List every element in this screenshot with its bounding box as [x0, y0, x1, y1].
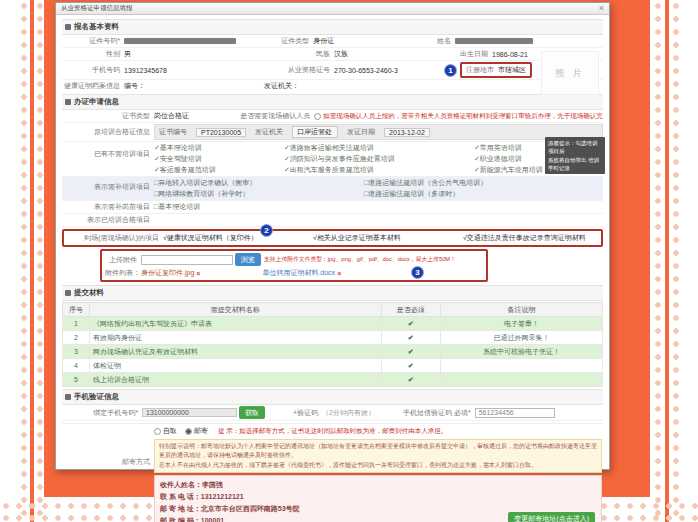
table-row: 1 《网络预约出租汽车驾驶员证》申请表 ✔ 电子签章！ [63, 317, 603, 331]
upload-file-input[interactable] [141, 255, 233, 265]
idtype-value: 身份证 [313, 36, 407, 46]
notice-line: 若本人不在由代领人代为签收的，须下载并签署《代领委托书》，原件随证书回执一并寄回… [159, 461, 597, 470]
upload-highlight-box: 3 上传附件 浏览 支持上传附件文件类型：jpg、png、gif、pdf、doc… [100, 249, 488, 282]
dot-border-left-outer [19, 0, 29, 522]
trained-item[interactable]: ✓道路旅客运输相关法规培训 [284, 143, 474, 153]
attachment-link[interactable]: 身份证复印件.jpg [141, 268, 194, 278]
onsite-confirm-hint: 如需现场确认人员上报的，需带齐相关人员资格证明材料到受理窗口审验后办理，先于现场… [323, 112, 603, 121]
attachment-link[interactable]: 单位聘用证明材料.docx [262, 268, 335, 278]
certno-value: 270-30-6553-2460-3 [334, 67, 444, 74]
mobile-label: 手机号码 [62, 65, 124, 75]
verify-row: 绑定手机号码* 13100000000 获取 +验证码 （2分钟内有效） 手机短… [62, 405, 603, 421]
region-highlight-box: 注册地市 市辖城区 [460, 62, 532, 78]
onsite-item[interactable]: √相关从业记录证明基本材料 [313, 233, 463, 243]
trained-item[interactable]: ✓新能源汽车使用培训 [474, 165, 543, 175]
change-address-button[interactable]: 变更邮寄地址(点击进入) [508, 512, 595, 522]
table-row: 3 网办现场确认凭证及有效证明材料 ✔ 系统中可核验电子凭证！ [63, 345, 603, 359]
trained-item[interactable]: ✓客运服务规范培训 [154, 165, 284, 175]
close-icon[interactable]: × [599, 4, 604, 13]
row-remark: 已通过外网采集！ [440, 331, 602, 345]
orange-stripe-left [30, 0, 34, 522]
certtype-value: 岗位合格证 [154, 111, 240, 121]
table-row: 4 体检证明 ✔ [63, 359, 603, 373]
row-remark: 系统中可核验电子凭证！ [440, 345, 602, 359]
required-check-icon: ✔ [381, 359, 440, 373]
origcert-date-label: 发证日期 [347, 127, 375, 137]
onsite-item[interactable]: √交通违法及责任事故记录查询证明材料 [463, 233, 586, 243]
gender-label: 性别 [62, 49, 124, 59]
sms-code-label: 手机短信验证码 必填* [403, 408, 475, 418]
dot-border-right-outer [671, 0, 681, 522]
required-check-icon: ✔ [381, 317, 440, 331]
delete-attachment-icon[interactable]: × [337, 270, 341, 277]
bound-phone-value: 13100000000 [142, 408, 237, 417]
section-apply-title: 办证申请信息 [74, 97, 119, 107]
section-header-apply: 办证申请信息 [62, 94, 603, 110]
phone-icon [65, 394, 71, 400]
trained-item[interactable]: ✓基本理论培训 [154, 143, 284, 153]
send-code-button[interactable]: 获取 [239, 406, 265, 419]
trained-item[interactable]: ✓职业道德培训 [474, 154, 543, 164]
region-value: 市辖城区 [498, 65, 526, 75]
trained-item[interactable]: ✓消防知识与突发事件应急处置培训 [284, 154, 474, 164]
ethnic-value: 汉族 [334, 49, 444, 59]
code-label: +验证码 [293, 408, 322, 418]
onsite-confirm-label: 是否需要现场确认人员 [240, 111, 314, 121]
trained-item[interactable]: ✓出租汽车服务质量规范培训 [284, 165, 474, 175]
done-training-label: 表示已培训合格项目 [62, 215, 154, 225]
row-remark [440, 373, 602, 387]
onsite-items-label: 到场(需现场确认)的项目 [67, 233, 163, 243]
table-row: 2 有效期内身份证 ✔ 已通过外网采集！ [63, 331, 603, 345]
need-item[interactable]: □道路运输法规培训（多课时） [364, 189, 487, 199]
required-check-icon: ✔ [381, 345, 440, 359]
certtype-label: 证书类型 [62, 111, 154, 121]
form-dialog: 从业资格证申领信息填报 × 报名基本资料 照 片 证件号码* 证件类型 身份证 … [55, 2, 610, 470]
browse-button[interactable]: 浏览 [235, 253, 261, 266]
birthdate-value: 1986-08-21 [492, 51, 528, 58]
trained-col-1: ✓基本理论培训 ✓安全驾驶培训 ✓客运服务规范培训 [154, 143, 284, 175]
mailing-hint: 提 示：如选择邮寄方式，证书送达时间以邮政时效为准，邮费到付由本人承担。 [218, 427, 447, 436]
onsite-confirm-radio[interactable] [314, 113, 321, 120]
mailing-notice-box: 特别提示说明：邮寄地址默认为个人档案中登记的通讯地址（如地址有变更请先在档案变更… [154, 439, 602, 473]
recipient-phone: 联 系 电 话：13121212121 [160, 491, 596, 503]
mobile-value: 13912345678 [124, 67, 264, 74]
onsite-item[interactable]: √健康状况证明材料（复印件） [163, 233, 313, 243]
need2-label: 表示需补岗前项目 [62, 202, 154, 212]
name-redacted-bar [455, 38, 533, 44]
basic-row-2: 性别 男 民族 汉族 出生日期 1986-08-21 [62, 48, 603, 61]
photo-placeholder: 照 片 [541, 51, 599, 95]
birthdate-label: 出生日期 [444, 49, 492, 59]
mailing-row: 邮寄方式 自取 邮寄 提 示：如选择邮寄方式，证书送达时间以邮政时效为准，邮费到… [62, 423, 603, 522]
trained-item[interactable]: ✓安全驾驶培训 [154, 154, 284, 164]
step-badge-2: 2 [260, 224, 273, 237]
section-header-verify: 手机验证信息 [62, 389, 603, 405]
delete-attachment-icon[interactable]: × [196, 270, 200, 277]
list-icon [65, 290, 71, 296]
origcert-label: 原培训合格证信息 [62, 127, 154, 137]
row-no: 2 [63, 331, 90, 345]
need-item[interactable]: □道路运输法规培训（含公共气电培训） [364, 178, 487, 188]
col-remark: 备注说明 [440, 303, 602, 317]
materials-header-row: 序号 需提交材料名称 是否必须 备注说明 [63, 303, 603, 317]
hover-tooltip: 温馨提示：勾选培训项目后 系统将自动带出 培训学时记录 [545, 137, 605, 174]
table-row: 5 线上培训合格证明 ✔ [63, 373, 603, 387]
health-issuer-label: 发证机关： [264, 81, 444, 91]
sms-code-input[interactable]: 561234456 [475, 408, 555, 418]
pickup-radio-label: 自取 [163, 426, 177, 436]
health-number-label: 编号： [124, 81, 264, 91]
trained-label: 已有不需培训项目 [62, 143, 154, 159]
need-item[interactable]: □网络继续教育培训（补学时） [154, 189, 364, 199]
mailing-method-row: 自取 邮寄 提 示：如选择邮寄方式，证书送达时间以邮政时效为准，邮费到付由本人承… [154, 425, 603, 437]
post-radio[interactable] [185, 428, 192, 435]
page-canvas: 从业资格证申领信息填报 × 报名基本资料 照 片 证件号码* 证件类型 身份证 … [0, 0, 698, 522]
trained-item[interactable]: ✓常用英语培训 [474, 143, 543, 153]
row-name: 有效期内身份证 [90, 331, 382, 345]
need-item[interactable]: □异地转入培训记录确认（面审） [154, 178, 364, 188]
row-remark [440, 359, 602, 373]
pickup-radio[interactable] [154, 428, 161, 435]
section-header-materials: 提交材料 [62, 285, 603, 301]
trained-items-row: 已有不需培训项目 ✓基本理论培训 ✓安全驾驶培训 ✓客运服务规范培训 ✓道路旅客… [62, 142, 603, 177]
mailing-label: 邮寄方式 [62, 425, 154, 467]
need2-item[interactable]: □基本理论培训 [154, 202, 200, 212]
row-remark: 电子签章！ [440, 317, 602, 331]
